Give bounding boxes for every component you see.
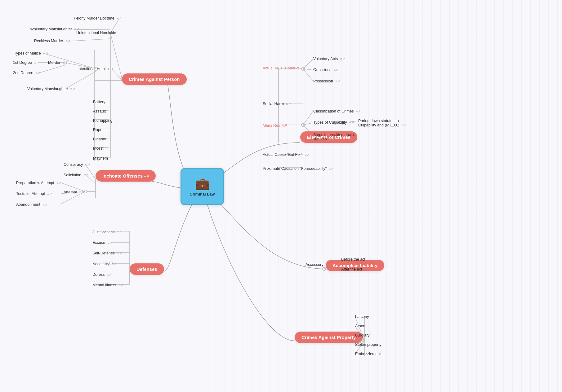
leaf-intentional-homicide: Intentional Homicide [78, 67, 113, 71]
leaf-battery: Battery [93, 100, 105, 104]
leaf-omissions[interactable]: Omissions ≡↗ [313, 68, 338, 72]
leaf-embezzlement: Embezzlement [355, 352, 381, 356]
leaf-types-of-culpability[interactable]: Types of Culpability ≡↗ [313, 120, 354, 125]
leaf-conspiracy[interactable]: Conspiracy ≡↗ [64, 162, 90, 167]
leaf-arson: Arson [355, 324, 365, 328]
leaf-solicitaion[interactable]: Solicitaion ≡↗ [64, 173, 88, 177]
leaf-accessory: Accessory [306, 262, 323, 267]
leaf-unintentional-homicide: Unintentional Homicide [76, 31, 116, 35]
leaf-1st-degree[interactable]: 1st Degree ≡↗ [13, 60, 39, 65]
leaf-assault: Assault [93, 109, 106, 113]
svg-line-27 [303, 69, 313, 81]
category-inchoate-offenses[interactable]: Inchoate Offenses ≡↗ [96, 170, 156, 182]
leaf-voluntary-manslaughter[interactable]: Voluntary Manslaughter ≡↗ [27, 87, 75, 91]
leaf-after-the-act: After the act [341, 267, 362, 271]
leaf-kidnapping: Kidnapping [93, 118, 113, 123]
leaf-bigamy: Bigamy [93, 137, 106, 141]
leaf-actual-cause[interactable]: Actual Cause "But For" ≡↗ [263, 152, 310, 157]
leaf-incest: Incest [93, 146, 103, 151]
leaf-proximate-causation[interactable]: Proximate Causation "Foreseeability" ≡↗ [263, 166, 334, 171]
leaf-preparation-v-attempt[interactable]: Preparation v. Attempt ≡↗ [16, 181, 61, 185]
leaf-duress[interactable]: Duress ≡↗ [92, 272, 112, 277]
category-crimes-against-property[interactable]: Crimes Against Property [295, 332, 363, 343]
central-label: Criminal Law [190, 192, 215, 196]
leaf-burglary: Burglary [355, 333, 370, 337]
leaf-mental-illness[interactable]: Mental Illness ≡↗ [92, 283, 123, 287]
leaf-voluntary-acts[interactable]: Voluntary Acts ≡↗ [313, 57, 345, 61]
leaf-murder[interactable]: Murder ≡↗ [48, 60, 68, 65]
category-crimes-against-person[interactable]: Crimes Against Person [122, 73, 187, 85]
leaf-felony-murder[interactable]: Felony Murder Doctrine ≡↗ [74, 16, 122, 20]
leaf-steps-breaking-down[interactable]: Steps to breaking downstatutes ≡↗ [313, 133, 354, 141]
svg-line-11 [39, 65, 65, 73]
briefcase-icon: 💼 [195, 177, 210, 191]
leaf-2nd-degree[interactable]: 2nd Degree ≡↗ [13, 71, 40, 75]
leaf-possession[interactable]: Possession ≡↗ [313, 79, 340, 83]
leaf-excuse[interactable]: Excuse ≡↗ [92, 240, 112, 245]
svg-line-25 [303, 59, 313, 69]
leaf-mens-rea: Mens Rea ≡↗ [263, 123, 287, 128]
leaf-mayhem: Mayhem [93, 156, 108, 161]
svg-line-12 [66, 71, 96, 88]
svg-line-0 [110, 33, 123, 81]
leaf-social-harm[interactable]: Social Harm ≡↗ [263, 102, 291, 106]
leaf-involuntary-manslaughter[interactable]: Involuntary Manslaughter ≡↗ [29, 27, 79, 31]
leaf-rape: Rape [93, 128, 102, 132]
leaf-self-defense[interactable]: Self-Defense ≡↗ [92, 251, 122, 255]
leaf-stolen-property: Stolen property [355, 342, 381, 347]
leaf-actus-reus: Actus Reus (Conduct) [263, 66, 301, 70]
leaf-reckless-murder[interactable]: Reckless Murder ≡↗ [34, 39, 70, 43]
leaf-before-the-act: Before the act [341, 257, 365, 262]
leaf-tests-for-attempt[interactable]: Tests for Attempt ≡↗ [16, 192, 52, 196]
leaf-justifications[interactable]: Justifications ≡↗ [92, 230, 122, 234]
leaf-necessity[interactable]: Necessity ≡↗ [92, 262, 116, 266]
leaf-larceny: Larceny [355, 315, 369, 319]
leaf-types-of-malice[interactable]: Types of Malice ≡↗ [14, 51, 48, 55]
leaf-abandonment[interactable]: Abandonment ≡↗ [16, 202, 47, 207]
central-node[interactable]: 💼 Criminal Law [181, 168, 224, 205]
svg-line-4 [68, 39, 110, 41]
category-defenses[interactable]: Defenses [130, 263, 164, 275]
leaf-attempt[interactable]: Attempt ≡↗ [64, 190, 84, 194]
svg-line-31 [303, 111, 313, 125]
leaf-paring-down[interactable]: Paring down statutes toCulpability and (… [358, 119, 407, 127]
leaf-classification-of-crimes[interactable]: Classification of Crimes ≡↗ [313, 109, 361, 113]
